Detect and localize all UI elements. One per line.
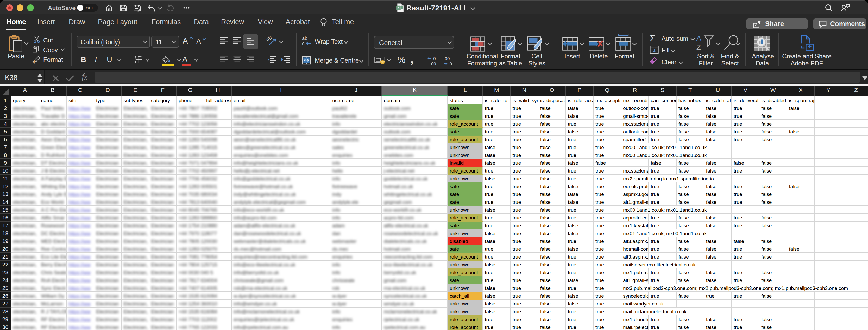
svg-text:A: A: [696, 34, 702, 42]
svg-text:.0: .0: [432, 56, 436, 61]
svg-text:.00: .00: [444, 56, 450, 61]
svg-text:ab: ab: [266, 35, 273, 43]
svg-text:ab: ab: [302, 35, 307, 41]
svg-text:c: c: [302, 41, 304, 46]
svg-text:Z: Z: [696, 43, 701, 51]
svg-text:X: X: [397, 6, 400, 10]
svg-text:.00: .00: [430, 61, 436, 66]
svg-text:.0: .0: [448, 61, 452, 66]
